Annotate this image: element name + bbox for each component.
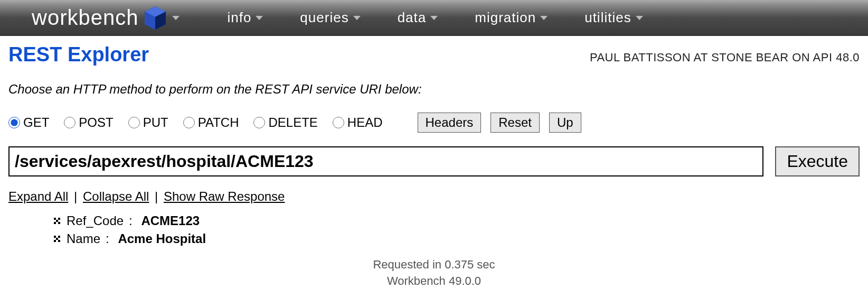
method-label: HEAD	[347, 115, 383, 130]
method-delete-radio[interactable]	[253, 117, 265, 128]
nav-item-utilities[interactable]: utilities	[584, 10, 643, 26]
method-head-radio[interactable]	[333, 117, 344, 128]
user-context: PAUL BATTISSON AT STONE BEAR ON API 48.0	[590, 51, 860, 64]
nav-items: info queries data migration utilities	[227, 10, 643, 26]
method-label: POST	[79, 115, 113, 130]
svg-rect-7	[56, 220, 58, 222]
svg-rect-11	[54, 236, 56, 238]
svg-rect-14	[54, 240, 56, 242]
chevron-down-icon	[540, 16, 548, 20]
nav-item-queries[interactable]: queries	[300, 10, 360, 26]
nav-item-label: data	[398, 10, 427, 26]
method-patch[interactable]: PATCH	[183, 115, 239, 130]
chevron-down-icon	[256, 16, 263, 20]
method-put-radio[interactable]	[128, 117, 140, 128]
top-navbar: workbench info queries data migration	[0, 0, 868, 36]
response-tree: Ref_Code: ACME123 Name: Acme Hospital	[53, 213, 860, 246]
svg-rect-6	[58, 218, 60, 220]
headers-button[interactable]: Headers	[418, 113, 482, 133]
method-label: DELETE	[268, 115, 317, 130]
chevron-down-icon	[636, 16, 643, 20]
method-label: PUT	[143, 115, 168, 130]
footer-timing: Requested in 0.375 sec	[8, 257, 860, 273]
method-post[interactable]: POST	[64, 115, 113, 130]
logo[interactable]: workbench	[32, 4, 180, 32]
expand-all-link[interactable]: Expand All	[8, 189, 68, 203]
method-get[interactable]: GET	[8, 115, 49, 130]
method-get-radio[interactable]	[8, 117, 20, 128]
up-button[interactable]: Up	[549, 113, 581, 133]
page-title: REST Explorer	[8, 43, 149, 66]
footer-version: Workbench 49.0.0	[8, 273, 860, 290]
response-field: Ref_Code: ACME123	[53, 213, 860, 228]
cube-icon	[141, 4, 169, 32]
instruction-text: Choose an HTTP method to perform on the …	[8, 82, 860, 97]
method-delete[interactable]: DELETE	[253, 115, 317, 130]
svg-rect-8	[54, 222, 56, 224]
separator: |	[155, 189, 158, 203]
nav-item-label: migration	[475, 10, 536, 26]
http-method-row: GET POST PUT PATCH DELETE HEAD Headers R…	[8, 113, 860, 133]
reset-button[interactable]: Reset	[490, 113, 540, 133]
execute-button[interactable]: Execute	[775, 146, 860, 176]
method-label: PATCH	[198, 115, 239, 130]
chevron-down-icon	[430, 16, 438, 20]
svg-rect-15	[58, 240, 60, 242]
field-value: ACME123	[141, 213, 200, 228]
nav-item-info[interactable]: info	[227, 10, 263, 26]
field-value: Acme Hospital	[118, 231, 206, 246]
method-post-radio[interactable]	[64, 117, 76, 128]
method-label: GET	[23, 115, 49, 130]
nav-item-label: info	[227, 10, 251, 26]
uri-input[interactable]	[8, 146, 763, 176]
method-put[interactable]: PUT	[128, 115, 168, 130]
node-icon	[53, 235, 61, 243]
response-links: Expand All | Collapse All | Show Raw Res…	[8, 189, 860, 204]
collapse-all-link[interactable]: Collapse All	[83, 189, 149, 203]
chevron-down-icon	[172, 16, 180, 20]
nav-item-migration[interactable]: migration	[475, 10, 548, 26]
svg-rect-9	[58, 222, 60, 224]
field-key: Name	[67, 231, 100, 246]
chevron-down-icon	[353, 16, 361, 20]
svg-rect-13	[56, 238, 58, 240]
method-head[interactable]: HEAD	[333, 115, 383, 130]
title-row: REST Explorer PAUL BATTISSON AT STONE BE…	[8, 43, 860, 66]
response-field: Name: Acme Hospital	[53, 231, 860, 246]
uri-row: Execute	[8, 146, 860, 176]
svg-rect-12	[58, 236, 60, 238]
footer: Requested in 0.375 sec Workbench 49.0.0	[8, 257, 860, 290]
nav-item-label: queries	[300, 10, 348, 26]
main-content: REST Explorer PAUL BATTISSON AT STONE BE…	[0, 36, 868, 290]
field-key: Ref_Code	[67, 213, 124, 228]
nav-item-label: utilities	[584, 10, 631, 26]
show-raw-link[interactable]: Show Raw Response	[164, 189, 285, 203]
separator: |	[74, 189, 77, 203]
nav-item-data[interactable]: data	[398, 10, 438, 26]
method-patch-radio[interactable]	[183, 117, 195, 128]
svg-rect-5	[54, 218, 56, 220]
logo-text: workbench	[32, 6, 138, 30]
node-icon	[53, 217, 61, 225]
